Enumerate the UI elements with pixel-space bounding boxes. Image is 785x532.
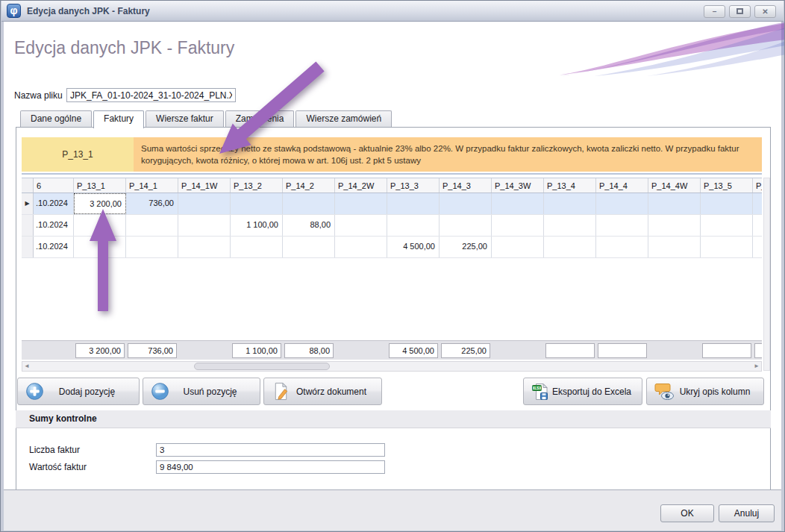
grid-cell[interactable] bbox=[648, 193, 701, 214]
column-header[interactable]: P_13_5 bbox=[701, 178, 753, 193]
cancel-button[interactable]: Anuluj bbox=[719, 504, 775, 522]
remove-row-button[interactable]: Usuń pozycję bbox=[143, 378, 260, 405]
grid-empty-area[interactable] bbox=[22, 258, 762, 340]
grid-cell[interactable]: 225,00 bbox=[440, 237, 492, 257]
grid-cell[interactable] bbox=[753, 193, 762, 214]
selected-grid-cell[interactable]: 3 200,00 bbox=[74, 193, 126, 214]
grid-cell[interactable] bbox=[596, 237, 648, 257]
grid-cell[interactable] bbox=[544, 237, 596, 257]
grid-cell[interactable] bbox=[335, 193, 387, 214]
grid-cell[interactable] bbox=[387, 215, 440, 236]
grid-cell[interactable] bbox=[178, 237, 231, 257]
grid-cell[interactable]: 736,00 bbox=[126, 193, 178, 214]
grid-cell[interactable] bbox=[701, 237, 753, 257]
export-excel-button[interactable]: XLSX Eksportuj do Excela bbox=[523, 378, 642, 405]
sum-value-input[interactable] bbox=[156, 443, 385, 457]
grid-cell[interactable] bbox=[283, 237, 335, 257]
column-header[interactable]: P_14_4 bbox=[596, 178, 648, 193]
grid-cell[interactable]: 4 500,00 bbox=[387, 237, 440, 257]
grid-cell[interactable] bbox=[753, 215, 762, 236]
field-label: Liczba faktur bbox=[29, 445, 156, 455]
table-row[interactable]: .10.20244 500,00225,00 bbox=[22, 237, 762, 258]
control-sums-header: Sumy kontrolne bbox=[16, 410, 771, 428]
grid-cell[interactable] bbox=[544, 193, 596, 214]
grid-cell[interactable]: 1 100,00 bbox=[231, 215, 283, 236]
table-row[interactable]: ▶.10.20243 200,00736,00 bbox=[22, 193, 762, 215]
column-header[interactable]: P_14_1W bbox=[178, 178, 231, 193]
vertical-scrollbar[interactable] bbox=[763, 178, 770, 371]
current-row-marker-icon[interactable]: ▶ bbox=[22, 193, 34, 214]
grid-cell[interactable] bbox=[492, 215, 544, 236]
scrollbar-thumb[interactable] bbox=[194, 363, 330, 370]
grid-cell[interactable] bbox=[648, 215, 701, 236]
grid-cell[interactable]: .10.2024 bbox=[34, 193, 74, 214]
column-header[interactable]: P_ bbox=[753, 178, 762, 193]
grid-cell[interactable] bbox=[178, 215, 231, 236]
grid-cell[interactable] bbox=[335, 237, 387, 257]
column-total bbox=[598, 343, 647, 358]
grid-cell[interactable] bbox=[753, 237, 762, 257]
grid-cell[interactable] bbox=[178, 193, 231, 214]
column-header[interactable]: P_13_2 bbox=[231, 178, 283, 193]
column-header[interactable]: P_14_4W bbox=[648, 178, 701, 193]
grid-cell[interactable]: 88,00 bbox=[283, 215, 335, 236]
column-header[interactable]: 6 bbox=[34, 178, 74, 193]
tab-faktury[interactable]: Faktury bbox=[93, 110, 144, 128]
grid-cell[interactable] bbox=[126, 215, 178, 236]
minimize-button[interactable]: – bbox=[704, 5, 725, 18]
grid-cell[interactable]: .10.2024 bbox=[34, 215, 74, 236]
dialog-window: φ Edycja danych JPK - Faktury – ✕ Edycja… bbox=[0, 0, 785, 532]
scroll-right-icon[interactable]: ► bbox=[752, 362, 761, 371]
row-indicator[interactable] bbox=[22, 215, 34, 236]
tab-wiersze-zamówień[interactable]: Wiersze zamówień bbox=[295, 110, 392, 127]
horizontal-scrollbar[interactable]: ◄ ► bbox=[22, 361, 762, 372]
totals-spacer bbox=[22, 341, 34, 360]
app-icon: φ bbox=[7, 4, 21, 18]
grid-cell[interactable] bbox=[596, 215, 648, 236]
hide-column-description-button[interactable]: Ukryj opis kolumn bbox=[646, 378, 764, 405]
grid-cell[interactable] bbox=[440, 215, 492, 236]
scroll-left-icon[interactable]: ◄ bbox=[22, 362, 31, 371]
grid-cell[interactable] bbox=[648, 237, 701, 257]
grid-cell[interactable] bbox=[387, 193, 440, 214]
maximize-button[interactable] bbox=[729, 5, 751, 18]
grid-cell[interactable] bbox=[492, 193, 544, 214]
grid-cell[interactable] bbox=[231, 237, 283, 257]
close-button[interactable]: ✕ bbox=[754, 5, 776, 18]
grid-cell[interactable] bbox=[440, 193, 492, 214]
grid-cell[interactable]: .10.2024 bbox=[34, 237, 74, 257]
grid-cell[interactable] bbox=[74, 215, 126, 236]
file-name-input[interactable] bbox=[66, 88, 236, 102]
grid-cell[interactable] bbox=[231, 193, 283, 214]
title-bar[interactable]: φ Edycja danych JPK - Faktury – ✕ bbox=[1, 1, 784, 22]
column-header[interactable]: P_14_3W bbox=[492, 178, 544, 193]
grid-cell[interactable] bbox=[492, 237, 544, 257]
table-row[interactable]: .10.20241 100,0088,00 bbox=[22, 215, 762, 237]
column-total bbox=[702, 343, 751, 358]
add-row-button[interactable]: Dodaj pozycję bbox=[17, 378, 140, 405]
tab-wiersze-faktur[interactable]: Wiersze faktur bbox=[146, 110, 224, 127]
column-header[interactable]: P_14_2W bbox=[335, 178, 387, 193]
grid-cell[interactable] bbox=[126, 237, 178, 257]
tab-dane-ogólne[interactable]: Dane ogólne bbox=[20, 110, 92, 127]
grid-cell[interactable] bbox=[283, 193, 335, 214]
tab-zamówienia[interactable]: Zamówienia bbox=[225, 110, 295, 127]
ok-button[interactable]: OK bbox=[660, 504, 714, 522]
open-document-button[interactable]: Otwórz dokument bbox=[263, 378, 382, 405]
sum-value-input[interactable] bbox=[156, 460, 385, 474]
grid-cell[interactable] bbox=[701, 193, 753, 214]
grid-cell[interactable] bbox=[701, 215, 753, 236]
grid-cell[interactable] bbox=[335, 215, 387, 236]
column-header[interactable]: P_14_3 bbox=[440, 178, 492, 193]
column-header[interactable]: P_13_4 bbox=[544, 178, 596, 193]
grid-cell[interactable] bbox=[596, 193, 648, 214]
excel-export-icon: XLSX bbox=[531, 382, 551, 401]
column-header[interactable]: P_14_1 bbox=[126, 178, 178, 193]
column-header[interactable]: P_13_1 bbox=[74, 178, 126, 193]
row-indicator[interactable] bbox=[22, 237, 34, 257]
grid-cell[interactable] bbox=[544, 215, 596, 236]
column-header[interactable]: P_14_2 bbox=[283, 178, 335, 193]
close-icon: ✕ bbox=[762, 7, 768, 16]
column-header[interactable]: P_13_3 bbox=[387, 178, 440, 193]
grid-cell[interactable] bbox=[74, 237, 126, 257]
